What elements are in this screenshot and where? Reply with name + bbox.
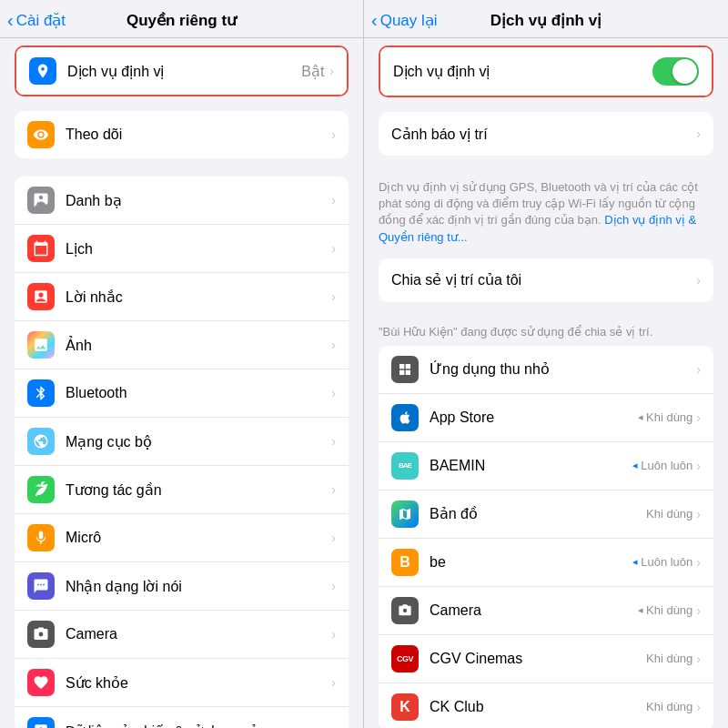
app-item-camera[interactable]: Camera ◂ Khi dùng ›: [379, 587, 713, 635]
app-item-app-store[interactable]: App Store ◂ Khi dùng ›: [379, 394, 713, 442]
ck-club-chevron-icon: ›: [696, 700, 701, 714]
nhan-dang-loi-noi-item[interactable]: Nhận dạng lời nói ›: [15, 562, 349, 611]
camera-app-icon: [391, 597, 419, 624]
baemin-icon: BAE: [391, 452, 419, 480]
right-panel: ‹ Quay lại Dịch vụ định vị Dịch vụ định …: [364, 0, 728, 728]
back-to-privacy-button[interactable]: ‹ Quay lại: [371, 10, 438, 31]
theo-doi-item[interactable]: Theo dõi ›: [15, 111, 349, 158]
be-loc-icon: ◂: [632, 556, 638, 568]
du-lieu-cam-bien-label: Dữ liệu cảm biến & sử dụng của: [66, 723, 331, 728]
chia-se-vi-tri-item[interactable]: Chia sẻ vị trí của tôi ›: [379, 258, 713, 302]
loi-nhac-chevron-icon: ›: [331, 289, 336, 304]
location-info-text: Dịch vụ định vị sử dụng GPS, Bluetooth v…: [364, 174, 728, 258]
camera-chevron-icon: ›: [331, 627, 336, 642]
tuong-tac-gan-chevron-icon: ›: [331, 482, 336, 497]
location-services-icon: [29, 57, 56, 85]
location-toggle-label: Dịch vụ định vị: [393, 63, 652, 80]
ck-club-permission: Khi dùng: [646, 700, 693, 713]
canh-bao-item[interactable]: Cảnh báo vị trí ›: [379, 112, 713, 156]
anh-chevron-icon: ›: [331, 338, 336, 352]
app-item-cgv[interactable]: CGV CGV Cinemas Khi dùng ›: [379, 635, 713, 683]
theo-doi-group: Theo dõi ›: [15, 111, 349, 158]
location-services-value: Bật: [301, 63, 324, 80]
camera-app-label: Camera: [430, 602, 638, 619]
cgv-icon: CGV: [391, 645, 419, 672]
loi-nhac-item[interactable]: Lời nhắc ›: [15, 273, 349, 321]
app-store-permission: ◂ Khi dùng: [638, 410, 693, 424]
left-panel: ‹ Cài đặt Quyền riêng tư Dịch vụ định vị…: [0, 0, 364, 728]
right-content: Dịch vụ định vị Cảnh báo vị trí › Dịch v…: [364, 38, 728, 728]
baemin-chevron-icon: ›: [696, 459, 701, 473]
back-chevron-icon: ‹: [7, 10, 14, 31]
app-item-baemin[interactable]: BAE BAEMIN ◂ Luôn luôn ›: [379, 442, 713, 490]
camera-app-chevron-icon: ›: [696, 603, 701, 618]
cgv-chevron-icon: ›: [696, 652, 701, 666]
suc-khoe-label: Sức khỏe: [66, 674, 331, 692]
location-services-item[interactable]: Dịch vụ định vị Bật ›: [16, 47, 347, 95]
location-toggle-item[interactable]: Dịch vụ định vị: [380, 47, 712, 96]
back-label: Cài đặt: [16, 11, 66, 30]
ban-do-label: Bản đồ: [430, 505, 646, 522]
canh-bao-label: Cảnh báo vị trí: [391, 126, 696, 143]
danh-ba-chevron-icon: ›: [331, 193, 336, 207]
ban-do-chevron-icon: ›: [696, 507, 701, 521]
chia-se-label: Chia sẻ vị trí của tôi: [391, 271, 696, 288]
baemin-permission: ◂ Luôn luôn: [632, 459, 693, 472]
ung-dung-thu-nho-label: Ứng dụng thu nhỏ: [430, 360, 696, 378]
right-panel-title: Dịch vụ định vị: [490, 11, 602, 30]
left-panel-title: Quyền riêng tư: [126, 11, 237, 30]
location-services-highlighted-row[interactable]: Dịch vụ định vị Bật ›: [15, 46, 349, 96]
micro-label: Micrô: [66, 530, 331, 546]
app-item-ck-club[interactable]: K CK Club Khi dùng ›: [379, 683, 713, 728]
be-chevron-icon: ›: [696, 555, 701, 570]
micro-chevron-icon: ›: [331, 531, 336, 545]
location-toggle-highlighted-row: Dịch vụ định vị: [379, 46, 713, 97]
chia-se-chevron-icon: ›: [696, 273, 701, 288]
app-item-ban-do[interactable]: Bản đồ Khi dùng ›: [379, 490, 713, 539]
nhan-dang-loi-noi-chevron-icon: ›: [331, 579, 336, 593]
canh-bao-chevron-icon: ›: [696, 126, 701, 141]
du-lieu-cam-bien-icon: [27, 717, 55, 728]
be-label: be: [430, 554, 632, 571]
chia-se-note: "Bùi Hữu Kiện" đang được sử dụng để chia…: [364, 320, 728, 346]
bluetooth-chevron-icon: ›: [331, 386, 336, 400]
mang-cuc-bo-chevron-icon: ›: [331, 434, 336, 449]
location-services-label: Dịch vụ định vị: [67, 63, 301, 80]
theo-doi-label: Theo dõi: [66, 126, 331, 143]
app-store-chevron-icon: ›: [696, 410, 701, 425]
app-store-label: App Store: [430, 410, 638, 426]
tuong-tac-gan-icon: [27, 476, 55, 503]
anh-item[interactable]: Ảnh ›: [15, 321, 349, 369]
privacy-items-group: Danh bạ › Lịch › Lời nhắc: [15, 177, 349, 728]
app-store-loc-icon: ◂: [638, 411, 643, 423]
ung-dung-thu-nho-icon: [391, 356, 419, 383]
right-back-chevron-icon: ‹: [371, 10, 378, 31]
lich-item[interactable]: Lịch ›: [15, 225, 349, 273]
du-lieu-cam-bien-item[interactable]: Dữ liệu cảm biến & sử dụng của ›: [15, 707, 349, 728]
location-services-toggle[interactable]: [652, 57, 699, 86]
app-store-icon: [391, 404, 419, 431]
cgv-label: CGV Cinemas: [430, 651, 646, 667]
app-item-be[interactable]: B be ◂ Luôn luôn ›: [379, 539, 713, 587]
mang-cuc-bo-label: Mạng cục bộ: [66, 433, 331, 450]
theo-doi-chevron-icon: ›: [331, 127, 336, 142]
ck-club-label: CK Club: [430, 699, 646, 715]
bluetooth-item[interactable]: Bluetooth ›: [15, 369, 349, 418]
app-item-ung-dung-thu-nho[interactable]: Ứng dụng thu nhỏ ›: [379, 346, 713, 394]
danh-ba-item[interactable]: Danh bạ ›: [15, 177, 349, 225]
be-icon: B: [391, 549, 419, 576]
right-back-label: Quay lại: [380, 11, 438, 30]
micro-item[interactable]: Micrô ›: [15, 514, 349, 562]
ck-club-icon: K: [391, 693, 419, 721]
lich-icon: [27, 235, 55, 262]
suc-khoe-item[interactable]: Sức khỏe ›: [15, 659, 349, 707]
tuong-tac-gan-item[interactable]: Tương tác gần ›: [15, 466, 349, 514]
location-services-chevron-icon: ›: [329, 64, 334, 78]
baemin-loc-icon: ◂: [632, 460, 638, 471]
left-header: ‹ Cài đặt Quyền riêng tư: [0, 0, 363, 38]
camera-item[interactable]: Camera ›: [15, 611, 349, 659]
mang-cuc-bo-item[interactable]: Mạng cục bộ ›: [15, 418, 349, 466]
back-to-settings-button[interactable]: ‹ Cài đặt: [7, 10, 66, 31]
ung-dung-thu-nho-chevron-icon: ›: [696, 362, 701, 377]
danh-ba-label: Danh bạ: [66, 192, 331, 209]
